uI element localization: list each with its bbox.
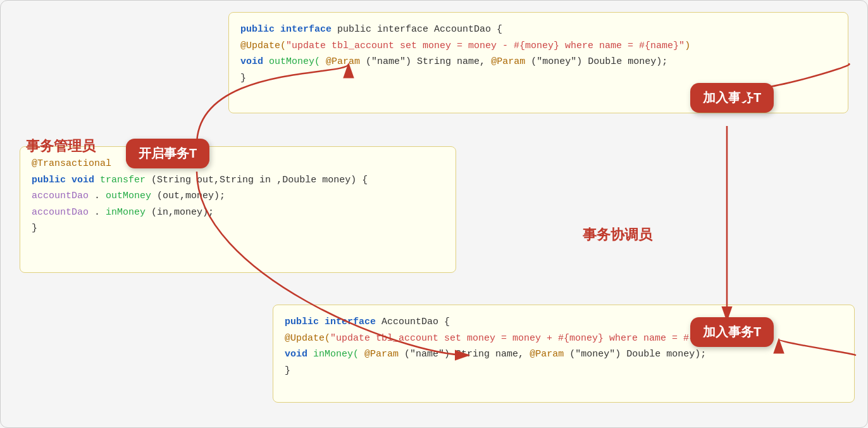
join-transaction-top-button[interactable]: 加入事务T: [690, 83, 774, 113]
code-bottom-line4: }: [285, 363, 843, 379]
code-bottom-line3: void inMoney( @Param ("name") String nam…: [285, 346, 843, 363]
code-keyword-interface: interface: [280, 24, 332, 35]
transaction-manager-label: 事务管理员: [26, 137, 96, 156]
code-keyword-public: public: [240, 24, 275, 35]
code-top-line3: void outMoney( @Param ("name") String na…: [240, 54, 836, 70]
code-middle-line4: accountDao . inMoney (in,money);: [32, 205, 444, 221]
code-middle-line2: public void transfer (String out,String …: [32, 172, 444, 189]
code-box-middle: @Transactional public void transfer (Str…: [20, 146, 456, 273]
code-top-line2: @Update("update tbl_account set money = …: [240, 38, 836, 54]
code-middle-line3: accountDao . outMoney (out,money);: [32, 188, 444, 205]
code-middle-line1: @Transactional: [32, 156, 444, 172]
join-transaction-bottom-button[interactable]: 加入事务T: [690, 317, 774, 347]
code-middle-line5: }: [32, 220, 444, 237]
code-top-line1: public interface public interface Accoun…: [240, 22, 836, 38]
transaction-coordinator-label: 事务协调员: [583, 225, 652, 244]
start-transaction-button[interactable]: 开启事务T: [126, 139, 209, 168]
